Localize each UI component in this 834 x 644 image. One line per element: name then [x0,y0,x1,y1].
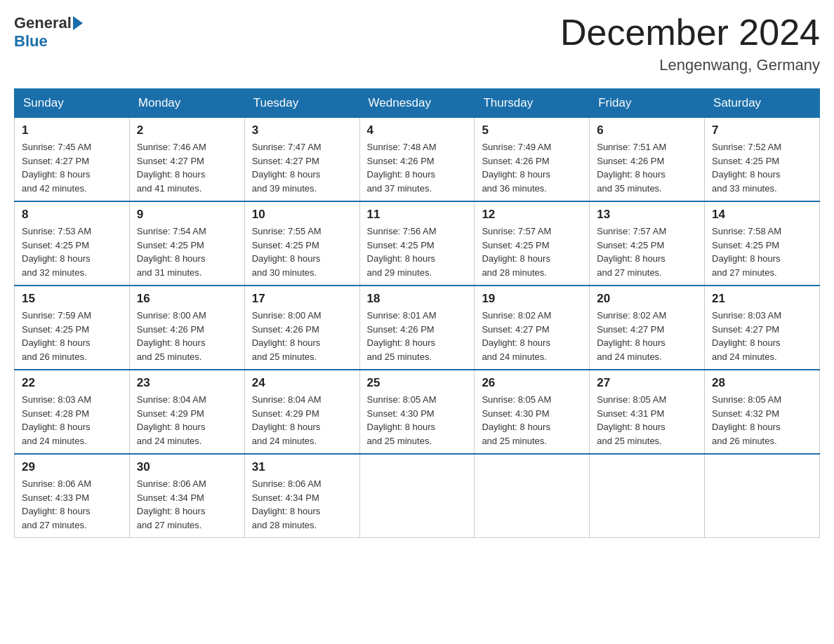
table-row: 2 Sunrise: 7:46 AM Sunset: 4:27 PM Dayli… [129,118,244,202]
table-row: 15 Sunrise: 7:59 AM Sunset: 4:25 PM Dayl… [15,286,130,370]
table-row: 30 Sunrise: 8:06 AM Sunset: 4:34 PM Dayl… [129,454,244,538]
table-row: 17 Sunrise: 8:00 AM Sunset: 4:26 PM Dayl… [244,286,359,370]
day-number: 22 [22,376,122,390]
day-number: 20 [597,292,697,306]
table-row: 7 Sunrise: 7:52 AM Sunset: 4:25 PM Dayli… [705,118,820,202]
day-info: Sunrise: 8:03 AM Sunset: 4:27 PM Dayligh… [712,309,812,363]
day-number: 8 [22,208,122,222]
col-friday: Friday [590,89,705,118]
table-row: 29 Sunrise: 8:06 AM Sunset: 4:33 PM Dayl… [15,454,130,538]
col-tuesday: Tuesday [244,89,359,118]
day-number: 7 [712,123,812,137]
day-info: Sunrise: 8:01 AM Sunset: 4:26 PM Dayligh… [367,309,468,363]
day-number: 1 [22,123,122,137]
day-info: Sunrise: 7:56 AM Sunset: 4:25 PM Dayligh… [367,224,468,279]
logo-arrow-icon [73,16,83,30]
day-number: 30 [137,460,237,474]
table-row: 3 Sunrise: 7:47 AM Sunset: 4:27 PM Dayli… [244,118,359,202]
table-row: 18 Sunrise: 8:01 AM Sunset: 4:26 PM Dayl… [359,286,475,370]
calendar-header-row: Sunday Monday Tuesday Wednesday Thursday… [15,89,820,118]
day-info: Sunrise: 7:49 AM Sunset: 4:26 PM Dayligh… [482,140,582,195]
day-number: 14 [712,208,812,222]
table-row [590,454,705,538]
day-info: Sunrise: 8:06 AM Sunset: 4:34 PM Dayligh… [137,477,237,532]
day-number: 2 [137,123,237,137]
table-row: 25 Sunrise: 8:05 AM Sunset: 4:30 PM Dayl… [359,370,475,454]
day-info: Sunrise: 7:48 AM Sunset: 4:26 PM Dayligh… [367,140,468,195]
day-info: Sunrise: 8:05 AM Sunset: 4:32 PM Dayligh… [712,393,812,448]
day-info: Sunrise: 8:00 AM Sunset: 4:26 PM Dayligh… [252,309,352,363]
day-number: 16 [137,292,237,306]
day-number: 4 [367,123,468,137]
day-number: 26 [482,376,582,390]
day-number: 23 [137,376,237,390]
day-number: 12 [482,208,582,222]
location: Lengenwang, Germany [560,56,820,74]
logo-blue-text: Blue [14,32,83,51]
logo-general-text: General [14,14,72,32]
day-number: 25 [367,376,468,390]
table-row: 9 Sunrise: 7:54 AM Sunset: 4:25 PM Dayli… [129,201,244,286]
table-row: 12 Sunrise: 7:57 AM Sunset: 4:25 PM Dayl… [475,201,590,286]
table-row: 27 Sunrise: 8:05 AM Sunset: 4:31 PM Dayl… [590,370,705,454]
table-row: 6 Sunrise: 7:51 AM Sunset: 4:26 PM Dayli… [590,118,705,202]
day-info: Sunrise: 7:47 AM Sunset: 4:27 PM Dayligh… [252,140,352,195]
day-info: Sunrise: 7:57 AM Sunset: 4:25 PM Dayligh… [597,224,697,279]
page-header: General Blue December 2024 Lengenwang, G… [14,14,820,74]
day-info: Sunrise: 7:54 AM Sunset: 4:25 PM Dayligh… [137,224,237,279]
day-info: Sunrise: 7:55 AM Sunset: 4:25 PM Dayligh… [252,224,352,279]
day-number: 31 [252,460,352,474]
day-info: Sunrise: 8:06 AM Sunset: 4:33 PM Dayligh… [22,477,122,532]
day-info: Sunrise: 7:52 AM Sunset: 4:25 PM Dayligh… [712,140,812,195]
day-number: 9 [137,208,237,222]
table-row [359,454,475,538]
table-row: 10 Sunrise: 7:55 AM Sunset: 4:25 PM Dayl… [244,201,359,286]
col-saturday: Saturday [705,89,820,118]
day-info: Sunrise: 7:57 AM Sunset: 4:25 PM Dayligh… [482,224,582,279]
table-row [475,454,590,538]
day-number: 11 [367,208,468,222]
day-info: Sunrise: 8:04 AM Sunset: 4:29 PM Dayligh… [137,393,237,448]
table-row: 24 Sunrise: 8:04 AM Sunset: 4:29 PM Dayl… [244,370,359,454]
calendar-week-row: 1 Sunrise: 7:45 AM Sunset: 4:27 PM Dayli… [15,118,820,202]
day-number: 28 [712,376,812,390]
col-wednesday: Wednesday [359,89,475,118]
day-info: Sunrise: 7:46 AM Sunset: 4:27 PM Dayligh… [137,140,237,195]
table-row: 22 Sunrise: 8:03 AM Sunset: 4:28 PM Dayl… [15,370,130,454]
day-number: 13 [597,208,697,222]
day-number: 6 [597,123,697,137]
table-row: 31 Sunrise: 8:06 AM Sunset: 4:34 PM Dayl… [244,454,359,538]
day-info: Sunrise: 8:03 AM Sunset: 4:28 PM Dayligh… [22,393,122,448]
table-row: 26 Sunrise: 8:05 AM Sunset: 4:30 PM Dayl… [475,370,590,454]
calendar-week-row: 15 Sunrise: 7:59 AM Sunset: 4:25 PM Dayl… [15,286,820,370]
month-title: December 2024 [560,14,820,51]
day-number: 18 [367,292,468,306]
day-number: 19 [482,292,582,306]
day-number: 17 [252,292,352,306]
day-number: 5 [482,123,582,137]
day-number: 29 [22,460,122,474]
day-info: Sunrise: 7:53 AM Sunset: 4:25 PM Dayligh… [22,224,122,279]
table-row: 19 Sunrise: 8:02 AM Sunset: 4:27 PM Dayl… [475,286,590,370]
day-info: Sunrise: 7:59 AM Sunset: 4:25 PM Dayligh… [22,309,122,363]
day-number: 15 [22,292,122,306]
calendar-table: Sunday Monday Tuesday Wednesday Thursday… [14,88,820,538]
day-number: 3 [252,123,352,137]
day-number: 24 [252,376,352,390]
col-monday: Monday [129,89,244,118]
table-row: 11 Sunrise: 7:56 AM Sunset: 4:25 PM Dayl… [359,201,475,286]
day-info: Sunrise: 7:45 AM Sunset: 4:27 PM Dayligh… [22,140,122,195]
day-info: Sunrise: 8:00 AM Sunset: 4:26 PM Dayligh… [137,309,237,363]
day-number: 27 [597,376,697,390]
day-info: Sunrise: 8:06 AM Sunset: 4:34 PM Dayligh… [252,477,352,532]
day-info: Sunrise: 8:05 AM Sunset: 4:30 PM Dayligh… [482,393,582,448]
header-right: December 2024 Lengenwang, Germany [560,14,820,74]
day-info: Sunrise: 8:05 AM Sunset: 4:31 PM Dayligh… [597,393,697,448]
day-info: Sunrise: 7:58 AM Sunset: 4:25 PM Dayligh… [712,224,812,279]
table-row: 13 Sunrise: 7:57 AM Sunset: 4:25 PM Dayl… [590,201,705,286]
table-row: 23 Sunrise: 8:04 AM Sunset: 4:29 PM Dayl… [129,370,244,454]
calendar-week-row: 8 Sunrise: 7:53 AM Sunset: 4:25 PM Dayli… [15,201,820,286]
table-row: 1 Sunrise: 7:45 AM Sunset: 4:27 PM Dayli… [15,118,130,202]
day-info: Sunrise: 8:02 AM Sunset: 4:27 PM Dayligh… [482,309,582,363]
table-row: 5 Sunrise: 7:49 AM Sunset: 4:26 PM Dayli… [475,118,590,202]
